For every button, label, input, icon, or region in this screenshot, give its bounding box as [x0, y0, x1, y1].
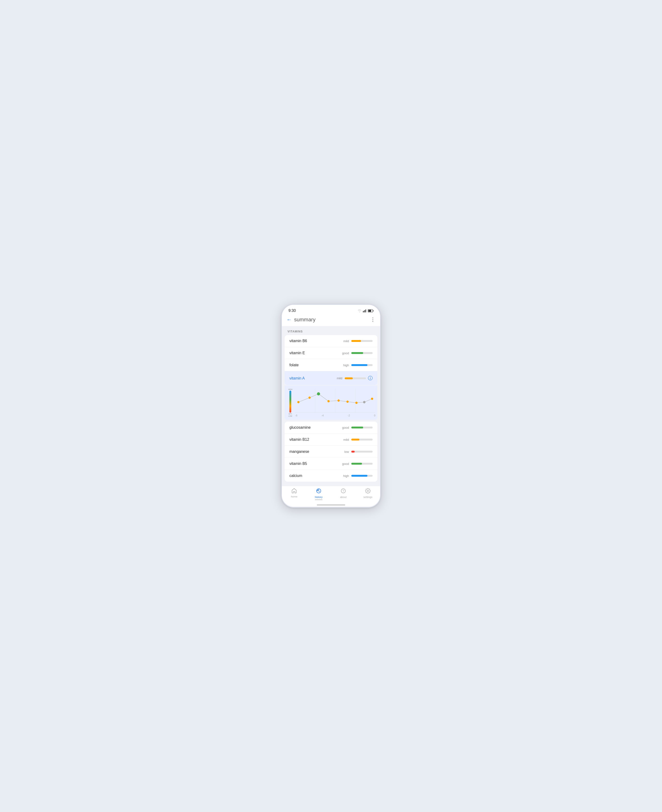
- nav-label-settings: settings: [363, 495, 372, 498]
- x-label-1: -4: [321, 414, 324, 417]
- chart-svg: [295, 388, 376, 413]
- svg-rect-3: [366, 309, 367, 312]
- bar-fill-folate: [351, 364, 367, 366]
- nav-item-settings[interactable]: settings: [355, 488, 380, 500]
- nutrient-status-vitamin-b5: good: [342, 462, 349, 466]
- nutrient-name-glucosamine: glucosamine: [289, 425, 342, 429]
- section-vitamins: VITAMINS: [282, 326, 380, 335]
- signal-icon: [363, 309, 367, 312]
- bar-track-vitamin-e: [351, 352, 373, 354]
- nutrient-name-vitamin-b12: vitamin B12: [289, 437, 343, 442]
- header: ← summary ⋮: [282, 315, 380, 326]
- nutrient-name-manganese: manganese: [289, 450, 344, 454]
- bottom-nav: home history: [282, 486, 380, 503]
- history-icon: [316, 488, 321, 495]
- chart-area: -6 -4 -2 0: [295, 388, 376, 417]
- x-label-0: -6: [295, 414, 297, 417]
- nav-label-home: home: [291, 495, 297, 498]
- legend-opt: OPT.: [288, 413, 292, 415]
- home-bar: [317, 504, 345, 506]
- nutrient-status-vitamin-e: good: [342, 351, 349, 355]
- vitamins-card: vitamin B6 mild vitamin E good: [284, 335, 378, 385]
- bar-track-vitamin-b12: [351, 439, 373, 441]
- chart-section: HIGH OPT. LOW: [284, 386, 378, 420]
- phone-screen: 9:30: [282, 305, 380, 506]
- nutrient-name-vitamin-e: vitamin E: [289, 351, 342, 355]
- nutrient-name-calcium: calcium: [289, 474, 343, 478]
- bar-fill-vitamin-b6: [351, 340, 361, 342]
- bar-fill-vitamin-a: [345, 377, 353, 379]
- svg-rect-0: [363, 311, 364, 312]
- bar-track-glucosamine: [351, 426, 373, 428]
- svg-rect-5: [373, 310, 374, 312]
- nutrient-name-vitamin-a: vitamin A: [289, 376, 337, 381]
- status-time: 9:30: [288, 309, 296, 313]
- nutrient-status-vitamin-b12: mild: [343, 438, 349, 441]
- chart-point-3: [328, 400, 329, 402]
- nav-label-about: about: [340, 495, 347, 498]
- bar-container-glucosamine: [351, 426, 373, 428]
- bar-fill-glucosamine: [351, 426, 363, 428]
- nutrient-name-folate: folate: [289, 363, 343, 367]
- nutrient-status-vitamin-a: mild: [337, 376, 342, 380]
- nav-label-history: history: [315, 495, 323, 498]
- more-button[interactable]: ⋮: [370, 317, 376, 323]
- bar-fill-vitamin-b12: [351, 439, 359, 441]
- svg-rect-1: [364, 310, 365, 312]
- bar-container-vitamin-b6: [351, 340, 373, 342]
- nutrient-name-vitamin-b6: vitamin B6: [289, 339, 343, 343]
- history-indicator: [315, 499, 323, 500]
- nutrient-row-calcium[interactable]: calcium high: [284, 470, 378, 482]
- wifi-icon: [357, 309, 362, 312]
- nutrient-row-glucosamine[interactable]: glucosamine good: [284, 421, 378, 434]
- nav-item-home[interactable]: home: [282, 488, 307, 500]
- content-area: VITAMINS vitamin B6 mild vitamin E go: [282, 326, 380, 486]
- nutrient-row-folate[interactable]: folate high: [284, 359, 378, 371]
- nutrient-status-folate: high: [343, 363, 349, 367]
- bar-container-vitamin-a: [345, 377, 366, 379]
- nutrient-status-manganese: low: [344, 450, 349, 453]
- svg-rect-2: [365, 310, 366, 312]
- bar-track-vitamin-b6: [351, 340, 373, 342]
- bar-fill-vitamin-e: [351, 352, 363, 354]
- status-bar: 9:30: [282, 305, 380, 315]
- legend-low: LOW: [288, 415, 292, 417]
- bar-track-folate: [351, 364, 373, 366]
- bar-track-vitamin-b5: [351, 463, 373, 465]
- nav-item-history[interactable]: history: [307, 488, 331, 500]
- x-label-3: 0: [374, 414, 376, 417]
- phone-frame: 9:30: [281, 304, 381, 508]
- bar-track-manganese: [351, 451, 373, 453]
- info-icon-vitamin-a[interactable]: ⓘ: [368, 375, 373, 381]
- chart-point-2: [317, 392, 320, 396]
- bar-fill-manganese: [351, 451, 355, 453]
- home-icon: [291, 488, 297, 495]
- legend-high: HIGH: [288, 389, 292, 390]
- bar-container-calcium: [351, 475, 373, 477]
- nutrient-row-vitamin-b5[interactable]: vitamin B5 good: [284, 458, 378, 470]
- bar-track-calcium: [351, 475, 373, 477]
- nutrient-row-vitamin-b6[interactable]: vitamin B6 mild: [284, 335, 378, 347]
- svg-text:?: ?: [342, 489, 344, 493]
- status-icons: [357, 309, 374, 312]
- nav-item-about[interactable]: ? about: [331, 488, 355, 500]
- nutrient-status-calcium: high: [343, 474, 349, 478]
- chart-point-4: [337, 399, 339, 402]
- back-button[interactable]: ←: [286, 317, 292, 323]
- nutrient-row-vitamin-a[interactable]: vitamin A mild ⓘ: [284, 371, 378, 385]
- bar-container-vitamin-b5: [351, 463, 373, 465]
- nutrient-row-manganese[interactable]: manganese low: [284, 446, 378, 458]
- bar-container-vitamin-e: [351, 352, 373, 354]
- svg-point-15: [367, 490, 369, 492]
- bar-container-vitamin-b12: [351, 439, 373, 441]
- nutrient-name-vitamin-b5: vitamin B5: [289, 461, 342, 466]
- more-nutrients-card: glucosamine good vitamin B12 mild: [284, 421, 378, 482]
- nutrient-status-vitamin-b6: mild: [343, 339, 349, 343]
- x-label-2: -2: [348, 414, 350, 417]
- chart-point-1: [309, 397, 311, 399]
- nutrient-row-vitamin-b12[interactable]: vitamin B12 mild: [284, 434, 378, 446]
- svg-rect-6: [368, 310, 371, 312]
- page-title: summary: [294, 317, 370, 323]
- nutrient-row-vitamin-e[interactable]: vitamin E good: [284, 347, 378, 359]
- nutrient-status-glucosamine: good: [342, 426, 349, 429]
